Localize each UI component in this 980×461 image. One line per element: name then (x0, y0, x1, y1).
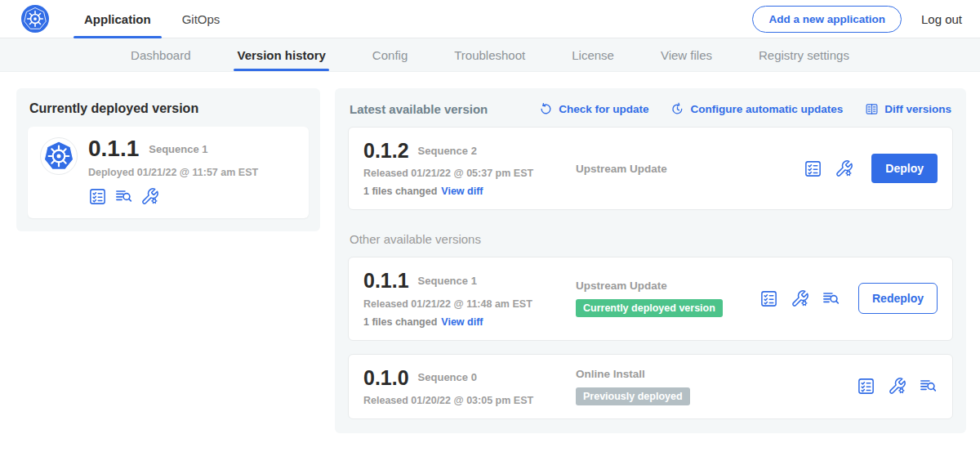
version-source-label: Upstream Update (576, 280, 751, 292)
wrench-gear-icon[interactable] (791, 289, 809, 308)
app-kubernetes-logo (40, 137, 78, 175)
currently-deployed-panel: Currently deployed version 0.1.1 Sequenc… (16, 88, 320, 231)
currently-deployed-card: 0.1.1 Sequence 1 Deployed 01/21/22 @ 11:… (28, 127, 309, 218)
version-number: 0.1.0 (363, 367, 409, 388)
version-card-icons (760, 289, 840, 308)
top-nav-right: Add a new application Log out (752, 6, 967, 33)
version-card-right (857, 377, 938, 396)
sequence-label: Sequence 2 (418, 145, 477, 157)
tab-license[interactable]: License (572, 38, 614, 71)
version-card-left: 0.1.0 Sequence 0 Released 01/20/22 @ 03:… (363, 367, 576, 406)
latest-available-title: Latest available version (350, 102, 488, 116)
sequence-label: Sequence 0 (418, 371, 477, 383)
deployed-timestamp: Deployed 01/21/22 @ 11:57 am EST (88, 167, 258, 178)
kubernetes-logo (21, 5, 49, 33)
released-timestamp: Released 01/20/22 @ 03:05 pm EST (363, 395, 576, 406)
files-changed-label: 1 files changed (363, 186, 437, 197)
tab-dashboard[interactable]: Dashboard (131, 38, 190, 71)
check-for-update-link[interactable]: Check for update (539, 102, 648, 116)
diff-versions-link[interactable]: Diff versions (865, 102, 951, 116)
add-a-new-application-button[interactable]: Add a new application (752, 6, 902, 33)
wrench-gear-icon[interactable] (888, 377, 906, 396)
nav-tab-application[interactable]: Application (69, 0, 167, 38)
version-actions: Check for updateConfigure automatic upda… (539, 102, 951, 116)
refresh-icon (539, 102, 553, 116)
logs-icon[interactable] (114, 187, 133, 206)
tab-registry-settings[interactable]: Registry settings (759, 38, 849, 71)
released-timestamp: Released 01/21/22 @ 05:37 pm EST (363, 168, 576, 179)
version-card: 0.1.1 Sequence 1 Released 01/21/22 @ 11:… (348, 257, 953, 340)
latest-version-slot: 0.1.2 Sequence 2 Released 01/21/22 @ 05:… (348, 127, 953, 210)
version-card-left: 0.1.2 Sequence 2 Released 01/21/22 @ 05:… (363, 140, 576, 197)
version-number: 0.1.1 (363, 270, 409, 291)
configure-automatic-updates-link[interactable]: Configure automatic updates (670, 102, 843, 116)
tab-config[interactable]: Config (372, 38, 408, 71)
version-source-label: Online Install (576, 368, 849, 380)
other-available-title: Other available versions (350, 232, 951, 246)
tab-troubleshoot[interactable]: Troubleshoot (454, 38, 525, 71)
version-card-right: Redeploy (760, 283, 938, 314)
version-card-right: Deploy (804, 154, 938, 183)
wrench-gear-icon[interactable] (835, 159, 853, 178)
status-badge: Currently deployed version (576, 299, 723, 317)
diff-icon (865, 102, 879, 116)
deployed-version-number: 0.1.1 (88, 137, 139, 160)
view-diff-link[interactable]: View diff (441, 186, 483, 197)
nav-tab-gitops[interactable]: GitOps (167, 0, 236, 38)
checklist-icon[interactable] (857, 377, 875, 396)
auto-update-icon (670, 102, 684, 116)
version-card-icons (804, 159, 853, 178)
top-nav: ApplicationGitOps Add a new application … (0, 0, 980, 38)
version-card-middle: Upstream Update Currently deployed versi… (576, 280, 760, 317)
action-label: Diff versions (884, 103, 951, 115)
deployed-sequence-label: Sequence 1 (149, 143, 207, 155)
version-card: 0.1.2 Sequence 2 Released 01/21/22 @ 05:… (348, 127, 953, 210)
view-diff-link[interactable]: View diff (441, 316, 483, 328)
available-versions-panel: Latest available version Check for updat… (335, 88, 966, 433)
currently-deployed-title: Currently deployed version (29, 101, 307, 116)
logs-icon[interactable] (822, 289, 840, 308)
checklist-icon[interactable] (88, 187, 107, 206)
action-label: Configure automatic updates (690, 103, 843, 115)
wrench-gear-icon[interactable] (140, 187, 159, 206)
deployed-card-icons (88, 187, 258, 206)
main-content: Currently deployed version 0.1.1 Sequenc… (0, 72, 980, 433)
logs-icon[interactable] (919, 377, 938, 396)
checklist-icon[interactable] (760, 289, 778, 308)
other-versions-slot: 0.1.1 Sequence 1 Released 01/21/22 @ 11:… (348, 257, 953, 419)
checklist-icon[interactable] (804, 159, 822, 178)
tab-version-history[interactable]: Version history (237, 38, 325, 71)
version-source-label: Upstream Update (576, 163, 795, 175)
tab-view-files[interactable]: View files (661, 38, 712, 71)
files-changed-row: 1 files changedView diff (363, 186, 576, 197)
app-sub-nav: DashboardVersion historyConfigTroublesho… (0, 38, 980, 72)
version-card-middle: Online Install Previously deployed (576, 368, 857, 405)
version-card-icons (857, 377, 938, 396)
version-card-middle: Upstream Update (576, 163, 804, 175)
redeploy-button[interactable]: Redeploy (858, 283, 938, 314)
log-out-button[interactable]: Log out (921, 12, 967, 26)
files-changed-label: 1 files changed (363, 316, 437, 328)
version-card-left: 0.1.1 Sequence 1 Released 01/21/22 @ 11:… (363, 270, 576, 327)
deployed-card-body: 0.1.1 Sequence 1 Deployed 01/21/22 @ 11:… (88, 137, 258, 206)
version-number: 0.1.2 (363, 140, 409, 161)
status-badge: Previously deployed (576, 387, 690, 405)
top-nav-tabs: ApplicationGitOps (69, 0, 235, 38)
released-timestamp: Released 01/21/22 @ 11:48 am EST (363, 298, 576, 310)
sequence-label: Sequence 1 (418, 275, 477, 287)
files-changed-row: 1 files changedView diff (363, 316, 576, 328)
deploy-button[interactable]: Deploy (871, 154, 938, 183)
action-label: Check for update (559, 103, 648, 115)
version-card: 0.1.0 Sequence 0 Released 01/20/22 @ 03:… (348, 354, 953, 419)
